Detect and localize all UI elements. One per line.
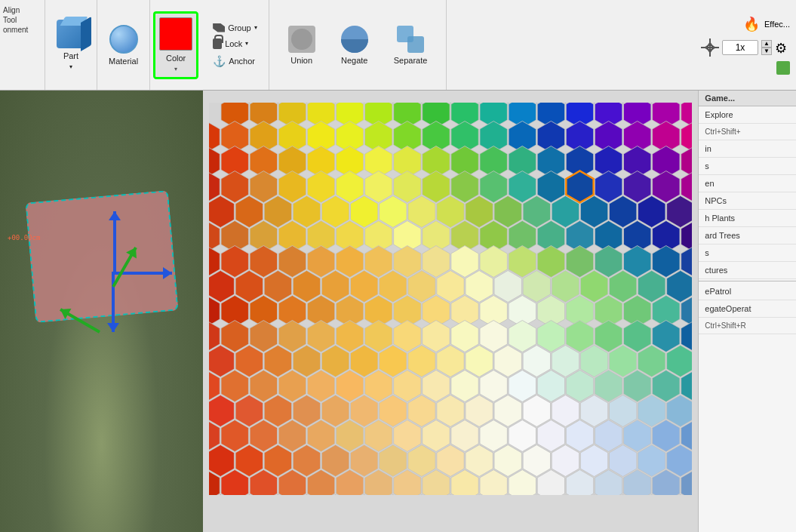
lock-row: Lock ▾	[207, 36, 263, 51]
right-panel-item-negate-op[interactable]: egateOperat	[699, 300, 796, 318]
fire-icon: 🔥	[743, 16, 760, 32]
part-button[interactable]: Part ▾	[51, 15, 91, 75]
right-panel-item-en[interactable]: en	[699, 175, 796, 192]
material-label: Material	[109, 57, 138, 66]
anchor-label: Anchor	[229, 57, 255, 66]
lock-dropdown: ▾	[245, 40, 248, 47]
divider1	[699, 281, 796, 281]
zoom-area: ▲ ▼ ⚙	[701, 38, 790, 57]
gear-icon[interactable]: ⚙	[775, 40, 790, 55]
right-panel-item-in[interactable]: in	[699, 140, 796, 158]
lock-icon	[213, 38, 222, 49]
tool-label: Tool	[3, 16, 17, 24]
right-panel-item-s2[interactable]: s	[699, 244, 796, 262]
lock-button[interactable]: Lock ▾	[207, 36, 254, 51]
right-panel-item-explore[interactable]: Explore	[699, 106, 796, 124]
toolbar: Align Tool onment Part ▾ Material Color …	[0, 0, 796, 91]
material-button[interactable]: Material	[103, 15, 143, 75]
color-section: Color ▾	[150, 0, 201, 90]
right-panel: Game... Explore Ctrl+Shift+ in s en NPCs…	[698, 91, 796, 532]
right-toolbar-section: 🔥 Effec... ▲ ▼ ⚙	[447, 0, 796, 90]
right-panel-item-plants[interactable]: h Plants	[699, 210, 796, 227]
anchor-row: ⚓ Anchor	[207, 53, 263, 69]
right-panel-item-ctures[interactable]: ctures	[699, 262, 796, 279]
right-panel-item-s1[interactable]: s	[699, 158, 796, 175]
arrow-up-gizmo	[113, 211, 116, 272]
group-icon	[213, 23, 225, 32]
align-label: Align	[3, 6, 20, 14]
toolbar-left-section: Align Tool onment	[0, 0, 45, 90]
toolbar-material-section: Material	[97, 0, 150, 90]
part-label: Part	[63, 51, 78, 60]
part-icon	[57, 20, 85, 48]
toolbar-part-section: Part ▾	[45, 0, 97, 90]
material-icon	[109, 25, 138, 54]
anchor-icon: ⚓	[213, 55, 226, 67]
separate-icon	[397, 26, 424, 53]
separate-label: Separate	[394, 56, 428, 65]
right-panel-shortcut-ctrl2: Ctrl+Shift+R	[699, 318, 796, 334]
union-icon	[288, 26, 315, 53]
color-swatch	[159, 17, 192, 51]
coordinate-label: +00.00cm	[8, 234, 40, 241]
right-panel-item-patrol[interactable]: ePatrol	[699, 283, 796, 300]
group-dropdown: ▾	[254, 24, 257, 31]
effects-label: Effec...	[764, 20, 790, 29]
right-panel-title: Game...	[699, 91, 796, 106]
color-button[interactable]: Color ▾	[153, 11, 198, 79]
color-label: Color	[166, 54, 186, 63]
effects-area: 🔥 Effec...	[743, 16, 790, 32]
hex-grid-container	[209, 103, 692, 495]
zoom-up-button[interactable]: ▲	[761, 40, 772, 48]
zoom-down-button[interactable]: ▼	[761, 48, 772, 55]
green-indicator	[776, 61, 790, 75]
part-dropdown: ▾	[69, 63, 72, 70]
right-panel-item-npcs[interactable]: NPCs	[699, 192, 796, 210]
negate-icon	[341, 26, 368, 53]
transform-arrows-icon	[701, 38, 719, 57]
environment-label: onment	[3, 26, 28, 34]
lock-label: Lock	[225, 39, 242, 48]
group-label: Group	[228, 23, 251, 32]
extra-icons	[776, 61, 790, 75]
group-row: Group ▾	[207, 21, 263, 35]
separate-button[interactable]: Separate	[387, 22, 435, 69]
color-picker-panel	[203, 91, 698, 532]
main-content: +00.00cm Game... Explore Ctrl+Shift+ in …	[0, 91, 796, 532]
color-dropdown-arrow: ▾	[174, 66, 177, 72]
viewport: +00.00cm	[0, 91, 203, 532]
union-label: Union	[290, 56, 312, 65]
right-panel-shortcut-ctrl: Ctrl+Shift+	[699, 124, 796, 140]
zoom-input[interactable]	[722, 40, 758, 55]
terrain-shape	[25, 190, 178, 323]
zoom-arrows: ▲ ▼	[761, 40, 772, 55]
right-panel-item-trees[interactable]: ard Trees	[699, 227, 796, 244]
negate-button[interactable]: Negate	[334, 22, 375, 69]
negate-label: Negate	[341, 56, 367, 65]
group-lock-anchor-section: Group ▾ Lock ▾ ⚓ Anchor	[201, 0, 269, 90]
hex-grid-svg	[209, 103, 692, 495]
anchor-button[interactable]: ⚓ Anchor	[207, 53, 260, 69]
group-button[interactable]: Group ▾	[207, 21, 263, 35]
union-negate-separate-section: Union Negate Separate	[269, 0, 447, 90]
union-button[interactable]: Union	[281, 22, 322, 69]
